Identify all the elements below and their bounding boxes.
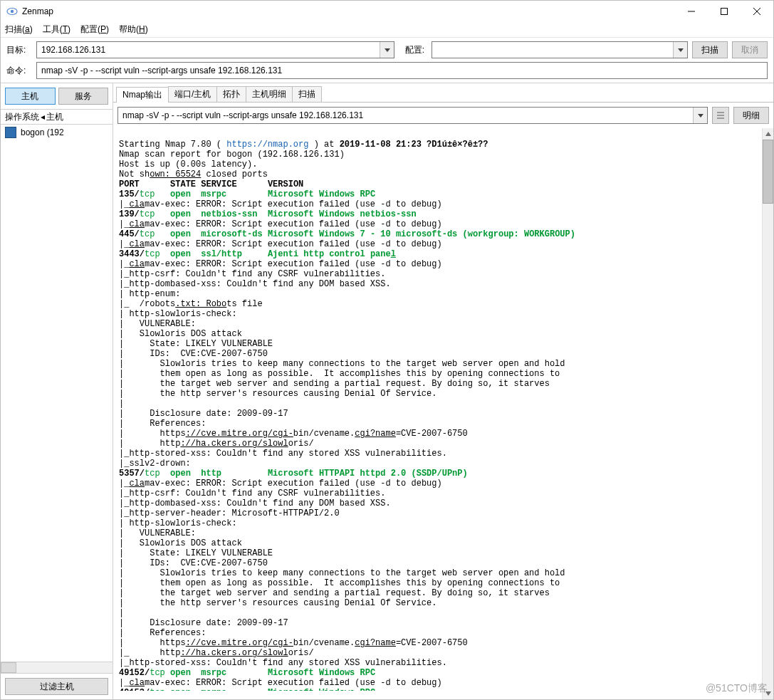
maximize-button[interactable] bbox=[708, 1, 741, 22]
menu-scan[interactable]: 扫描(a) bbox=[5, 23, 33, 36]
window-title: Zenmap bbox=[22, 6, 53, 16]
target-input[interactable] bbox=[37, 42, 380, 58]
app-window: Zenmap 扫描(a) 工具(T) 配置(P) 帮助(H) 目标: 配置: 扫… bbox=[0, 0, 774, 700]
profile-combo[interactable] bbox=[432, 41, 688, 58]
output-tabs: Nmap输出 端口/主机 拓扑 主机明细 扫描 bbox=[113, 83, 773, 102]
right-panel: Nmap输出 端口/主机 拓扑 主机明细 扫描 明细 Starting Nmap… bbox=[113, 83, 773, 699]
col-os[interactable]: 操作系统◂ bbox=[5, 111, 46, 123]
left-panel: 主机 服务 操作系统◂ 主机 bogon (192 过滤主机 bbox=[1, 83, 113, 699]
svg-marker-7 bbox=[678, 48, 684, 52]
svg-rect-3 bbox=[721, 9, 728, 15]
left-h-scrollbar[interactable] bbox=[1, 662, 113, 673]
menu-tools[interactable]: 工具(T) bbox=[43, 23, 70, 36]
output-cmd-dropdown-icon[interactable] bbox=[693, 108, 707, 123]
filter-hosts-button[interactable]: 过滤主机 bbox=[5, 678, 108, 695]
tab-topology[interactable]: 拓扑 bbox=[216, 86, 246, 102]
output-list-icon-button[interactable] bbox=[712, 107, 729, 124]
svg-marker-12 bbox=[765, 132, 771, 136]
tab-host-details[interactable]: 主机明细 bbox=[246, 86, 293, 102]
target-row: 目标: 配置: 扫描 取消 bbox=[1, 38, 773, 62]
output-v-scrollbar[interactable] bbox=[762, 128, 773, 699]
tab-nmap-output[interactable]: Nmap输出 bbox=[116, 87, 169, 103]
scroll-thumb[interactable] bbox=[1, 662, 16, 673]
output-cmd-input[interactable] bbox=[118, 108, 693, 123]
tab-services[interactable]: 服务 bbox=[58, 88, 109, 105]
host-list-header: 操作系统◂ 主机 bbox=[1, 109, 113, 125]
windows-os-icon bbox=[5, 127, 16, 138]
app-icon bbox=[6, 6, 18, 17]
main-area: 主机 服务 操作系统◂ 主机 bogon (192 过滤主机 bbox=[1, 83, 773, 699]
profile-dropdown-icon[interactable] bbox=[673, 42, 687, 58]
output-cmd-combo[interactable] bbox=[117, 107, 708, 124]
tab-hosts[interactable]: 主机 bbox=[5, 88, 56, 105]
command-row: 命令: bbox=[1, 62, 773, 83]
sort-arrow-icon: ◂ bbox=[41, 112, 45, 122]
scroll-thumb[interactable] bbox=[763, 140, 773, 204]
cancel-button[interactable]: 取消 bbox=[732, 41, 768, 58]
col-host[interactable]: 主机 bbox=[46, 111, 63, 123]
output-toolbar: 明细 bbox=[113, 102, 773, 128]
menu-config[interactable]: 配置(P) bbox=[80, 23, 109, 36]
close-button[interactable] bbox=[741, 1, 773, 22]
command-label: 命令: bbox=[6, 65, 32, 77]
svg-marker-6 bbox=[385, 48, 390, 52]
target-combo[interactable] bbox=[36, 41, 394, 58]
target-label: 目标: bbox=[6, 44, 32, 56]
scroll-up-icon[interactable] bbox=[763, 128, 773, 140]
svg-marker-8 bbox=[698, 114, 704, 117]
output-body: Starting Nmap 7.80 ( https://nmap.org ) … bbox=[113, 128, 773, 699]
svg-point-1 bbox=[11, 10, 14, 13]
profile-input[interactable] bbox=[432, 42, 673, 58]
minimize-button[interactable] bbox=[675, 1, 708, 22]
menubar: 扫描(a) 工具(T) 配置(P) 帮助(H) bbox=[1, 22, 773, 38]
nmap-output-text[interactable]: Starting Nmap 7.80 ( https://nmap.org ) … bbox=[113, 137, 762, 691]
target-dropdown-icon[interactable] bbox=[380, 42, 394, 58]
svg-marker-13 bbox=[765, 691, 771, 696]
command-input[interactable] bbox=[36, 62, 768, 79]
list-item[interactable]: bogon (192 bbox=[1, 125, 113, 140]
detail-button[interactable]: 明细 bbox=[733, 107, 769, 124]
scan-button[interactable]: 扫描 bbox=[692, 41, 728, 58]
tab-scans[interactable]: 扫描 bbox=[292, 86, 322, 102]
host-list: bogon (192 bbox=[1, 125, 113, 662]
host-name: bogon (192 bbox=[21, 127, 64, 137]
left-tabs: 主机 服务 bbox=[1, 83, 113, 109]
menu-help[interactable]: 帮助(H) bbox=[119, 23, 148, 36]
profile-label: 配置: bbox=[399, 44, 427, 56]
titlebar: Zenmap bbox=[1, 1, 773, 22]
tab-ports[interactable]: 端口/主机 bbox=[168, 86, 217, 102]
scroll-down-icon[interactable] bbox=[763, 688, 773, 699]
